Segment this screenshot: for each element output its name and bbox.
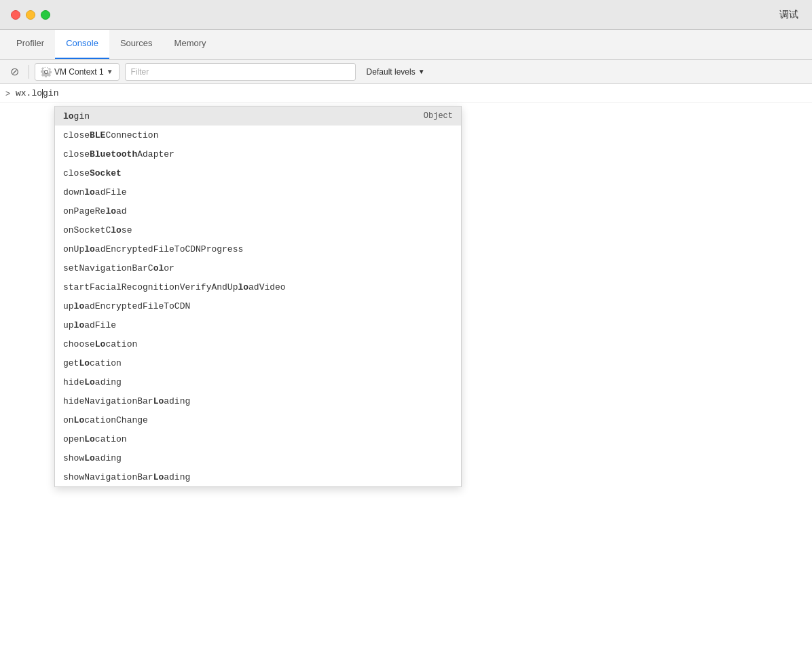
minimize-button[interactable] (26, 10, 35, 20)
autocomplete-item[interactable]: showNavigationBarLoading (55, 467, 461, 486)
autocomplete-item[interactable]: onUploadEncryptedFileToCDNProgress (55, 239, 461, 258)
autocomplete-item[interactable]: hideLoading (55, 372, 461, 391)
tab-bar: Profiler Console Sources Memory (0, 30, 812, 60)
name-after: cationChange (84, 415, 148, 425)
autocomplete-item-name: hideLoading (63, 377, 122, 387)
console-input-line[interactable]: > wx.login (0, 84, 812, 103)
name-match: lo (238, 282, 248, 292)
name-before: hide (63, 377, 84, 387)
name-match: lo (105, 206, 116, 216)
autocomplete-item-name: startFacialRecognitionVerifyAndUploadVid… (63, 282, 286, 292)
name-before: hideNavigationBar (63, 396, 153, 406)
autocomplete-item[interactable]: closeBLEConnection (55, 126, 461, 145)
tab-profiler[interactable]: Profiler (5, 30, 55, 59)
autocomplete-item[interactable]: openLocation (55, 429, 461, 448)
name-match: lo (63, 111, 74, 121)
name-before: close (63, 149, 90, 159)
name-before: open (63, 434, 84, 444)
name-after: adEncryptedFileToCDNProgress (95, 244, 243, 254)
name-after: ading (164, 396, 190, 406)
default-levels-button[interactable]: Default levels ▼ (361, 63, 430, 81)
name-match: Bluetooth (90, 149, 137, 159)
console-toolbar: ⊘ VM Context 1 ▼ Default levels ▼ (0, 60, 812, 84)
filter-input[interactable] (125, 63, 356, 81)
console-input-text[interactable]: wx.login (16, 88, 58, 98)
autocomplete-item-name: login (63, 111, 90, 121)
autocomplete-item[interactable]: uploadEncryptedFileToCDN (55, 296, 461, 315)
autocomplete-item-name: showLoading (63, 453, 122, 463)
close-button[interactable] (11, 10, 20, 20)
maximize-button[interactable] (41, 10, 50, 20)
console-area: > wx.login loginObjectcloseBLEConnection… (0, 84, 812, 654)
name-before: up (63, 320, 74, 330)
autocomplete-item-name: onPageReload (63, 206, 127, 216)
levels-dropdown-arrow: ▼ (418, 68, 425, 75)
input-text-after: gin (43, 88, 58, 98)
name-after: ading (164, 472, 190, 482)
devtools-panel: Profiler Console Sources Memory ⊘ VM Con… (0, 30, 812, 654)
block-button[interactable]: ⊘ (5, 63, 23, 81)
autocomplete-item-name: onUploadEncryptedFileToCDNProgress (63, 244, 243, 254)
name-after: or (164, 263, 174, 273)
name-after: Adapter (137, 149, 174, 159)
autocomplete-item[interactable]: onPageReload (55, 201, 461, 220)
name-match: lo (84, 187, 95, 197)
input-text-before: wx.lo (16, 88, 42, 98)
autocomplete-item-name: setNavigationBarColor (63, 263, 174, 273)
autocomplete-item[interactable]: getLocation (55, 353, 461, 372)
name-match: lo (111, 225, 122, 235)
block-icon: ⊘ (10, 65, 19, 78)
name-match: Lo (74, 415, 85, 425)
name-match: lo (74, 301, 85, 311)
name-before: up (63, 301, 74, 311)
name-before: close (63, 130, 90, 140)
name-match: Lo (79, 358, 90, 368)
name-before: show (63, 453, 84, 463)
autocomplete-item-name: chooseLocation (63, 339, 137, 349)
toolbar-divider (29, 65, 29, 79)
name-match: Lo (84, 453, 95, 463)
name-match: ol (153, 263, 164, 273)
name-after: Connection (105, 130, 158, 140)
name-before: down (63, 187, 84, 197)
autocomplete-item[interactable]: showLoading (55, 448, 461, 467)
autocomplete-item[interactable]: setNavigationBarColor (55, 258, 461, 277)
autocomplete-item[interactable]: chooseLocation (55, 334, 461, 353)
autocomplete-item-name: downloadFile (63, 187, 127, 197)
vm-context-selector[interactable]: VM Context 1 ▼ (35, 63, 119, 81)
name-after: adVideo (248, 282, 286, 292)
name-before: get (63, 358, 79, 368)
autocomplete-item[interactable]: startFacialRecognitionVerifyAndUploadVid… (55, 277, 461, 296)
name-before: onSocketC (63, 225, 111, 235)
autocomplete-item-type: Object (424, 111, 453, 121)
autocomplete-item[interactable]: onLocationChange (55, 410, 461, 429)
autocomplete-item[interactable]: uploadFile (55, 315, 461, 334)
autocomplete-item-name: openLocation (63, 434, 127, 444)
autocomplete-item[interactable]: downloadFile (55, 182, 461, 201)
name-after: ad (116, 206, 127, 216)
tab-memory[interactable]: Memory (164, 30, 217, 59)
tab-console[interactable]: Console (55, 30, 109, 59)
autocomplete-item[interactable]: hideNavigationBarLoading (55, 391, 461, 410)
name-after: cation (95, 434, 127, 444)
autocomplete-list: loginObjectcloseBLEConnectioncloseBlueto… (55, 107, 461, 486)
name-match: Lo (153, 396, 164, 406)
name-before: choose (63, 339, 95, 349)
autocomplete-item-name: showNavigationBarLoading (63, 472, 190, 482)
autocomplete-item[interactable]: closeBluetoothAdapter (55, 145, 461, 164)
name-before: onPageRe (63, 206, 105, 216)
name-after: adEncryptedFileToCDN (84, 301, 190, 311)
autocomplete-dropdown: loginObjectcloseBLEConnectioncloseBlueto… (54, 106, 462, 487)
autocomplete-item[interactable]: closeSocket (55, 164, 461, 182)
autocomplete-item[interactable]: onSocketClose (55, 220, 461, 239)
autocomplete-item-name: closeBluetoothAdapter (63, 149, 174, 159)
autocomplete-item[interactable]: loginObject (55, 107, 461, 126)
name-after: adFile (95, 187, 127, 197)
name-match: lo (84, 244, 95, 254)
tab-sources[interactable]: Sources (109, 30, 164, 59)
name-after: ading (95, 453, 122, 463)
name-after: cation (105, 339, 137, 349)
name-match: Socket (90, 168, 122, 178)
autocomplete-item-name: closeBLEConnection (63, 130, 158, 140)
name-after: cation (90, 358, 122, 368)
